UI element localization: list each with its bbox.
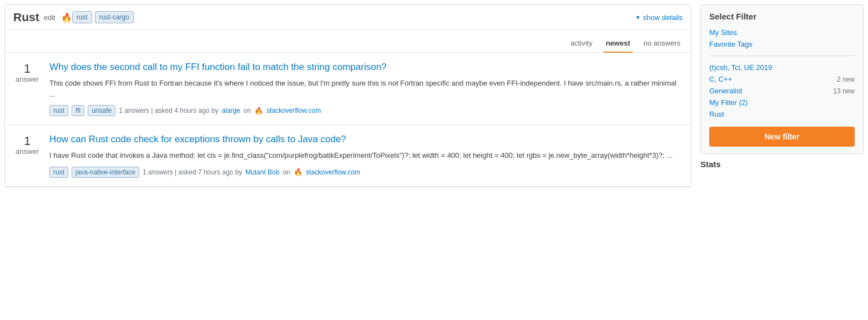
stats-section: Stats: [700, 159, 864, 169]
tab-newest[interactable]: newest: [603, 34, 632, 53]
q-tag-jni[interactable]: java-native-interface: [72, 167, 139, 178]
edit-link[interactable]: edit: [44, 13, 55, 22]
filter-generalist-link[interactable]: Generalist: [709, 87, 742, 95]
table-row: 1 answer How can Rust code check for exc…: [5, 125, 691, 187]
filter-generalist-count: 13 new: [833, 87, 855, 95]
meta-text-1: 1 answers | asked 4 hours ago by: [119, 107, 218, 114]
author-link-2[interactable]: Mutant Bob: [245, 168, 279, 176]
show-details-link[interactable]: show details: [635, 13, 683, 22]
filter-cpp-link[interactable]: C, C++: [709, 75, 732, 83]
meta-on-1: on: [244, 107, 251, 114]
flame-icon: 🔥: [61, 12, 72, 23]
select-filter-box: Select Filter My Sites Favorite Tags (t)…: [700, 4, 864, 154]
question-footer-2: rust java-native-interface 1 answers | a…: [49, 167, 683, 178]
sidebar: Select Filter My Sites Favorite Tags (t)…: [696, 0, 868, 192]
q-tag-rust[interactable]: rust: [49, 105, 68, 116]
tab-no-answers[interactable]: no answers: [642, 34, 683, 53]
stats-title: Stats: [700, 159, 864, 169]
select-filter-title: Select Filter: [709, 12, 855, 21]
question-footer-1: rust ffi unsafe 1 answers | asked 4 hour…: [49, 105, 683, 116]
filter-item-tcsh: (t)csh, Tcl, UE 2019: [709, 62, 855, 73]
filter-item-cpp: C, C++ 2 new: [709, 73, 855, 85]
vote-count-2: 1 answer: [13, 133, 41, 156]
filter-item-myfilter: My Filter (2): [709, 97, 855, 108]
meta-on-2: on: [283, 168, 290, 176]
meta-text-2: 1 answers | asked 7 hours ago by: [143, 168, 242, 176]
page-title: Rust: [13, 11, 39, 24]
q-tag-ffi[interactable]: ffi: [72, 105, 84, 116]
table-row: 1 answer Why does the second call to my …: [5, 53, 691, 125]
tab-activity[interactable]: activity: [568, 34, 595, 53]
question-excerpt-2: I have Rust code that invokes a Java met…: [49, 150, 683, 161]
filter-item-rust: Rust: [709, 108, 855, 120]
my-sites-link[interactable]: My Sites: [709, 27, 855, 38]
site-link-2[interactable]: stackoverflow.com: [306, 168, 360, 176]
tag-rust[interactable]: rust: [72, 11, 92, 23]
q-tag-rust-2[interactable]: rust: [49, 167, 68, 178]
filter-myfilter-link[interactable]: My Filter (2): [709, 98, 748, 107]
question-excerpt-1: This code shows FFI from Rust to Fortran…: [49, 78, 683, 99]
site-link-1[interactable]: stackoverflow.com: [266, 107, 321, 114]
question-content-1: Why does the second call to my FFI funct…: [49, 61, 683, 116]
filter-item-generalist: Generalist 13 new: [709, 85, 855, 97]
q-tag-unsafe[interactable]: unsafe: [88, 105, 115, 116]
question-title-1[interactable]: Why does the second call to my FFI funct…: [49, 61, 683, 73]
filter-rust-link[interactable]: Rust: [709, 110, 724, 118]
page-header: Rust edit 🔥 rust rust-cargo show details: [5, 5, 691, 30]
question-content-2: How can Rust code check for exceptions t…: [49, 133, 683, 178]
sort-tabs: activity newest no answers: [5, 30, 691, 53]
question-title-2[interactable]: How can Rust code check for exceptions t…: [49, 133, 683, 146]
author-link-1[interactable]: alarge: [221, 107, 240, 114]
filter-cpp-count: 2 new: [837, 76, 855, 83]
site-icon-1: 🔥: [254, 107, 263, 115]
questions-list: 1 answer Why does the second call to my …: [5, 53, 691, 187]
vote-count-1: 1 answer: [13, 61, 41, 83]
site-icon-2: 🔥: [294, 168, 302, 176]
tag-rust-cargo[interactable]: rust-cargo: [95, 11, 134, 23]
filter-tcsh-link[interactable]: (t)csh, Tcl, UE 2019: [709, 63, 772, 72]
divider: [709, 56, 855, 56]
new-filter-button[interactable]: New filter: [709, 127, 855, 147]
favorite-tags-link[interactable]: Favorite Tags: [709, 38, 855, 50]
